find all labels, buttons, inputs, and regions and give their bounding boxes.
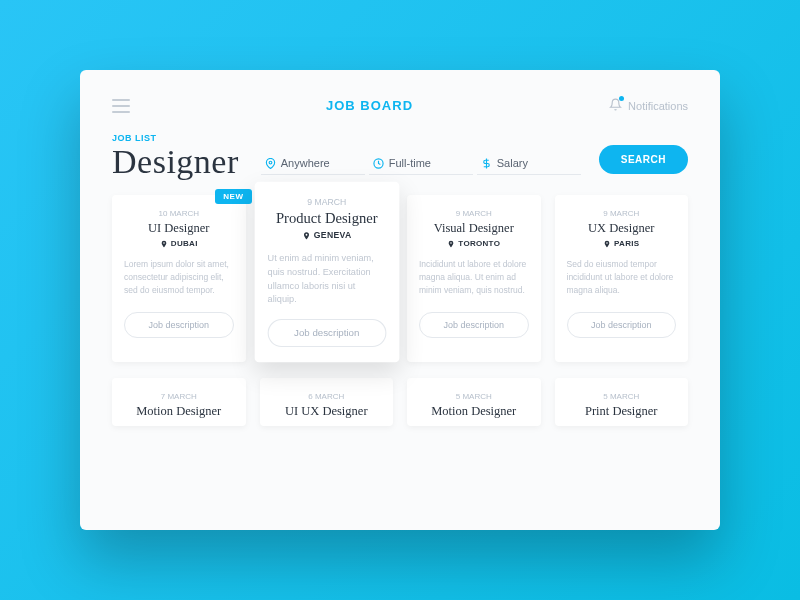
job-desc: Incididunt ut labore et dolore magna ali… [419,258,529,300]
job-date: 10 MARCH [124,209,234,218]
filters: Anywhere Full-time Salary [261,152,581,181]
job-card[interactable]: NEW 10 MARCH UI Designer DUBAI Lorem ips… [112,195,246,362]
filter-type[interactable]: Full-time [369,152,473,175]
job-location: PARIS [567,239,677,248]
location-icon [265,158,276,169]
title-block: JOB LIST Designer Anywhere Full-time Sal… [112,133,688,181]
filter-location-label: Anywhere [281,157,330,169]
job-date: 7 MARCH [124,392,234,401]
job-description-button[interactable]: Job description [124,312,234,338]
job-cards-row-1: NEW 10 MARCH UI Designer DUBAI Lorem ips… [112,195,688,362]
job-cards-row-2: 7 MARCH Motion Designer 6 MARCH UI UX De… [112,378,688,426]
job-title: UI Designer [124,221,234,236]
job-desc: Ut enim ad minim veniam, quis nostrud. E… [267,251,385,306]
bell-icon [609,98,622,113]
header: JOB BOARD Notifications [112,98,688,113]
job-date: 5 MARCH [419,392,529,401]
job-card[interactable]: 5 MARCH Motion Designer [407,378,541,426]
job-date: 6 MARCH [272,392,382,401]
job-date: 9 MARCH [267,197,385,207]
job-title: UX Designer [567,221,677,236]
job-card[interactable]: 6 MARCH UI UX Designer [260,378,394,426]
job-card-featured[interactable]: 9 MARCH Product Designer GENEVA Ut enim … [254,182,398,362]
menu-icon[interactable] [112,99,130,113]
filter-salary[interactable]: Salary [477,152,581,175]
job-title: Motion Designer [124,404,234,419]
notifications-button[interactable]: Notifications [609,98,688,113]
job-card[interactable]: 9 MARCH Visual Designer TORONTO Incididu… [407,195,541,362]
notifications-label: Notifications [628,100,688,112]
job-location: GENEVA [267,230,385,240]
job-title: Motion Designer [419,404,529,419]
job-description-button[interactable]: Job description [567,312,677,338]
job-date: 5 MARCH [567,392,677,401]
job-title: Product Designer [267,210,385,227]
app-logo: JOB BOARD [326,98,413,113]
job-title: Print Designer [567,404,677,419]
filter-salary-label: Salary [497,157,528,169]
job-desc: Sed do eiusmod tempor incididunt ut labo… [567,258,677,300]
job-card[interactable]: 5 MARCH Print Designer [555,378,689,426]
list-title: Designer [112,143,239,181]
job-desc: Lorem ipsum dolor sit amet, consectetur … [124,258,234,300]
dollar-icon [481,158,492,169]
job-date: 9 MARCH [567,209,677,218]
app-window: JOB BOARD Notifications JOB LIST Designe… [80,70,720,530]
job-location: TORONTO [419,239,529,248]
job-description-button[interactable]: Job description [267,319,385,347]
job-description-button[interactable]: Job description [419,312,529,338]
filter-type-label: Full-time [389,157,431,169]
job-card[interactable]: 7 MARCH Motion Designer [112,378,246,426]
filter-location[interactable]: Anywhere [261,152,365,175]
job-card[interactable]: 9 MARCH UX Designer PARIS Sed do eiusmod… [555,195,689,362]
job-title: Visual Designer [419,221,529,236]
svg-point-0 [269,161,272,164]
new-badge: NEW [215,189,251,204]
job-date: 9 MARCH [419,209,529,218]
job-title: UI UX Designer [272,404,382,419]
clock-icon [373,158,384,169]
job-location: DUBAI [124,239,234,248]
list-subtitle: JOB LIST [112,133,688,143]
search-button[interactable]: SEARCH [599,145,688,174]
